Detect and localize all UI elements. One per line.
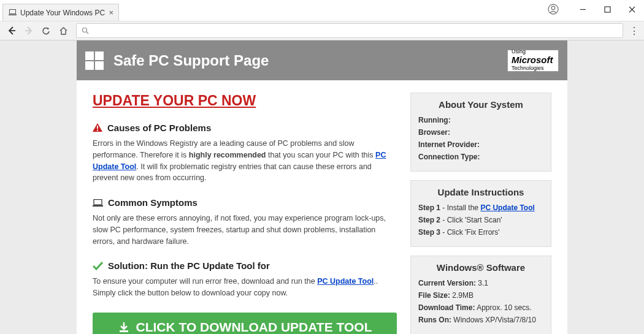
svg-rect-15 — [93, 205, 103, 207]
solution-title: Solution: Run the PC Update Tool for — [93, 260, 397, 271]
badge-line-big: Microsoft — [512, 55, 554, 66]
solution-title-text: Solution: Run the PC Update Tool for — [108, 260, 270, 271]
svg-rect-16 — [120, 330, 128, 332]
system-info-title: About Your System — [418, 99, 543, 110]
url-input[interactable] — [76, 23, 623, 38]
pc-update-tool-link[interactable]: PC Update Tool — [480, 203, 534, 212]
svg-rect-12 — [97, 126, 98, 129]
viewport: Safe PC Support Page Using Microsoft Tec… — [0, 40, 644, 334]
software-row: Runs On: Windows XP/Vista/7/8/10 — [418, 316, 543, 324]
symptoms-title: Common Symptoms — [93, 197, 397, 208]
system-info-box: About Your System Running: Browser: Inte… — [410, 93, 551, 172]
software-row: Download Time: Approx. 10 secs. — [418, 303, 543, 312]
main-column: UPDATE YOUR PC NOW Causes of PC Problems… — [93, 93, 397, 334]
causes-title: Causes of PC Problems — [93, 123, 397, 133]
browser-title-bar: Update Your Windows PC × — [0, 0, 644, 21]
download-button-label: CLICK TO DOWNLOAD UPDATE TOOL — [136, 320, 372, 334]
tab-title: Update Your Windows PC — [20, 9, 106, 17]
user-icon[interactable] — [541, 4, 565, 15]
symptoms-title-text: Common Symptoms — [108, 197, 197, 208]
svg-rect-5 — [605, 7, 610, 12]
tab-close-icon[interactable]: × — [109, 8, 113, 17]
home-button[interactable] — [55, 23, 71, 39]
menu-icon[interactable]: ⋮ — [628, 25, 640, 37]
system-row: Connection Type: — [418, 153, 543, 161]
instructions-box: Update Instructions Step 1 - Install the… — [410, 180, 551, 247]
software-box: Windows® Software Current Version: 3.1 F… — [410, 256, 551, 334]
instructions-title: Update Instructions — [418, 187, 543, 197]
close-button[interactable] — [619, 0, 644, 18]
microsoft-badge: Using Microsoft Technologies — [507, 50, 559, 72]
forward-button[interactable] — [21, 23, 37, 39]
instruction-step: Step 1 - Install the PC Update Tool — [418, 203, 543, 212]
header-title: Safe PC Support Page — [113, 52, 269, 69]
minimize-button[interactable] — [570, 0, 595, 18]
page-container: Safe PC Support Page Using Microsoft Tec… — [77, 40, 567, 334]
causes-body: Errors in the Windows Registry are a lea… — [93, 138, 397, 184]
instruction-step: Step 2 - Click 'Start Scan' — [418, 216, 543, 224]
solution-body: To ensure your computer will run error f… — [93, 276, 397, 299]
system-row: Browser: — [418, 128, 543, 137]
page-header: Safe PC Support Page Using Microsoft Tec… — [77, 40, 567, 80]
sidebar: About Your System Running: Browser: Inte… — [410, 93, 551, 334]
svg-line-11 — [86, 32, 88, 34]
browser-nav-bar: ⋮ — [0, 21, 644, 40]
download-button[interactable]: CLICK TO DOWNLOAD UPDATE TOOL — [93, 313, 397, 334]
reload-button[interactable] — [38, 23, 54, 39]
svg-rect-1 — [9, 15, 17, 16]
laptop-icon — [93, 199, 103, 207]
windows-logo-icon — [85, 51, 104, 70]
software-row: File Size: 2.9MB — [418, 291, 543, 300]
laptop-icon — [8, 9, 17, 17]
system-row: Internet Provider: — [418, 140, 543, 149]
maximize-button[interactable] — [595, 0, 619, 18]
svg-point-3 — [551, 6, 555, 10]
download-icon — [118, 321, 130, 333]
svg-point-10 — [83, 28, 87, 32]
svg-rect-13 — [97, 130, 98, 131]
software-row: Current Version: 3.1 — [418, 279, 543, 287]
window-controls — [541, 0, 644, 18]
check-icon — [93, 262, 103, 270]
hero-headline[interactable]: UPDATE YOUR PC NOW — [93, 93, 397, 109]
symptoms-body: Not only are these errors annoying, if n… — [93, 213, 397, 247]
svg-rect-14 — [94, 199, 102, 205]
badge-line-bottom: Technologies — [512, 66, 554, 72]
system-row: Running: — [418, 116, 543, 124]
software-title: Windows® Software — [418, 262, 543, 273]
causes-title-text: Causes of PC Problems — [107, 123, 211, 133]
pc-update-tool-link[interactable]: PC Update Tool — [317, 277, 374, 286]
browser-tab[interactable]: Update Your Windows PC × — [2, 4, 119, 21]
search-icon — [82, 27, 89, 34]
warning-icon — [93, 123, 102, 132]
back-button[interactable] — [4, 23, 20, 39]
svg-rect-0 — [9, 10, 15, 14]
instruction-step: Step 3 - Click 'Fix Errors' — [418, 228, 543, 237]
